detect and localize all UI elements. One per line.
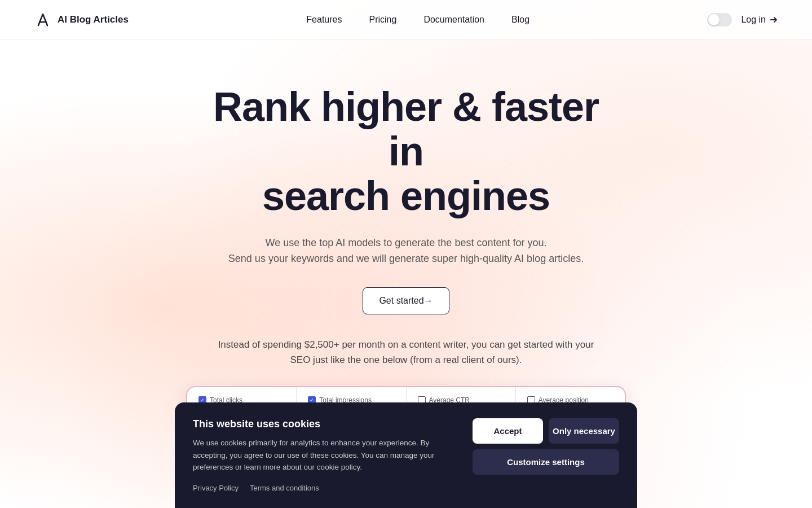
customize-settings-button[interactable]: Customize settings [473, 449, 619, 475]
cookie-btn-row: Accept Only necessary [473, 418, 619, 444]
nav-documentation[interactable]: Documentation [423, 15, 484, 25]
accept-button[interactable]: Accept [473, 418, 543, 444]
navbar: AI Blog Articles Features Pricing Docume… [0, 0, 812, 40]
cookie-banner: This website uses cookies We use cookies… [175, 402, 637, 508]
cookie-text-section: This website uses cookies We use cookies… [193, 418, 450, 492]
logo-icon [34, 11, 52, 29]
privacy-policy-link[interactable]: Privacy Policy [193, 484, 239, 492]
login-button[interactable]: Log in [741, 15, 778, 25]
cta-label: Get started→ [379, 296, 433, 306]
login-arrow-icon [769, 15, 778, 24]
hero-title: Rank higher & faster in search engines [203, 85, 609, 219]
nav-right: Log in [707, 13, 778, 27]
cookie-title: This website uses cookies [193, 418, 450, 430]
cookie-content: This website uses cookies We use cookies… [193, 418, 619, 492]
hero-subtitle: We use the top AI models to generate the… [228, 235, 584, 268]
cookie-links: Privacy Policy Terms and conditions [193, 484, 450, 492]
nav-features[interactable]: Features [306, 15, 342, 25]
nav-blog[interactable]: Blog [511, 15, 529, 25]
cookie-actions: Accept Only necessary Customize settings [473, 418, 619, 475]
nav-links: Features Pricing Documentation Blog [306, 15, 529, 25]
nav-pricing[interactable]: Pricing [369, 15, 396, 25]
terms-link[interactable]: Terms and conditions [250, 484, 319, 492]
theme-toggle[interactable] [707, 13, 732, 27]
login-label: Log in [741, 15, 766, 25]
hero-title-line2: search engines [262, 173, 550, 218]
cta-button[interactable]: Get started→ [363, 287, 449, 314]
cookie-body: We use cookies primarily for analytics t… [193, 437, 450, 474]
only-necessary-button[interactable]: Only necessary [549, 418, 619, 444]
logo-link[interactable]: AI Blog Articles [34, 11, 129, 29]
section-text: Instead of spending $2,500+ per month on… [214, 337, 598, 367]
hero-title-line1: Rank higher & faster in [213, 84, 599, 174]
logo-text: AI Blog Articles [58, 14, 129, 25]
cookie-overlay: This website uses cookies We use cookies… [0, 402, 812, 508]
toggle-knob [708, 14, 720, 25]
hero-subtitle-line2: Send us your keywords and we will genera… [228, 253, 584, 264]
hero-subtitle-line1: We use the top AI models to generate the… [266, 237, 547, 248]
